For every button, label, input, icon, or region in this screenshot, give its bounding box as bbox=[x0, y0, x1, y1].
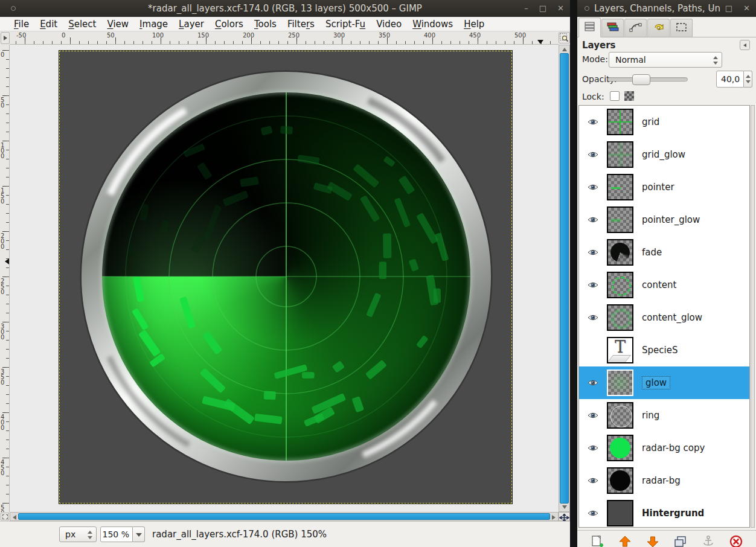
menu-help[interactable]: Help bbox=[458, 17, 490, 31]
quick-mask-toggle[interactable] bbox=[1, 513, 9, 520]
layer-thumbnail[interactable] bbox=[607, 337, 633, 363]
dock-tab-selection[interactable] bbox=[670, 19, 693, 37]
layer-name[interactable]: SpecieS bbox=[642, 345, 678, 356]
lock-alpha-icon[interactable] bbox=[624, 91, 634, 101]
layer-row-pointer_glow[interactable]: pointer_glow bbox=[579, 203, 749, 236]
opacity-slider-handle[interactable] bbox=[632, 74, 650, 85]
layer-row-grid[interactable]: grid bbox=[579, 106, 749, 138]
layer-name[interactable]: content_glow bbox=[642, 312, 702, 323]
layer-row-species[interactable]: SpecieS bbox=[579, 334, 749, 366]
layer-row-radar-bg-copy[interactable]: radar-bg copy bbox=[579, 432, 749, 464]
zoom-dropdown-button[interactable] bbox=[133, 526, 145, 542]
layer-row-pointer[interactable]: pointer bbox=[579, 171, 749, 203]
visibility-toggle[interactable] bbox=[579, 247, 607, 258]
vertical-ruler[interactable]: 05 01 0 01 5 02 0 02 5 03 0 03 5 04 0 04… bbox=[0, 45, 10, 512]
delete-layer-button[interactable] bbox=[726, 534, 746, 547]
visibility-toggle[interactable] bbox=[579, 508, 607, 519]
visibility-toggle[interactable] bbox=[579, 149, 607, 161]
vertical-scrollbar[interactable] bbox=[559, 45, 570, 512]
anchor-layer-button[interactable] bbox=[699, 534, 718, 547]
main-titlebar[interactable]: *radar_all_layers.xcf-174.0 (RGB, 13 lay… bbox=[0, 0, 570, 17]
menu-filters[interactable]: Filters bbox=[282, 17, 320, 31]
menu-layer[interactable]: Layer bbox=[173, 17, 210, 31]
lock-pixels-checkbox[interactable] bbox=[610, 91, 620, 101]
opacity-slider[interactable] bbox=[607, 77, 688, 82]
dock-titlebar[interactable]: Layers, Channels, Paths, Un – □ ✕ bbox=[577, 0, 756, 17]
maximize-button[interactable]: □ bbox=[539, 0, 546, 17]
layer-name[interactable]: ring bbox=[642, 410, 659, 421]
layer-row-content[interactable]: content bbox=[579, 269, 749, 301]
layer-name[interactable]: fade bbox=[642, 247, 662, 258]
scroll-down-arrow[interactable] bbox=[562, 505, 567, 509]
layer-row-hintergrund[interactable]: Hintergrund bbox=[579, 497, 749, 528]
horizontal-scroll-thumb[interactable] bbox=[18, 513, 550, 520]
menu-select[interactable]: Select bbox=[63, 17, 101, 31]
visibility-toggle[interactable] bbox=[579, 214, 607, 226]
layer-thumbnail[interactable] bbox=[607, 109, 633, 135]
vertical-scroll-thumb[interactable] bbox=[560, 53, 569, 504]
layer-thumbnail[interactable] bbox=[607, 272, 633, 298]
layer-row-ring[interactable]: ring bbox=[579, 399, 749, 432]
canvas-image[interactable] bbox=[59, 51, 512, 504]
dock-tab-undo-history[interactable] bbox=[647, 19, 670, 37]
layer-thumbnail[interactable] bbox=[607, 369, 633, 396]
menu-colors[interactable]: Colors bbox=[210, 17, 249, 31]
visibility-toggle[interactable] bbox=[579, 410, 607, 421]
layer-thumbnail[interactable] bbox=[607, 174, 633, 200]
layer-thumbnail[interactable] bbox=[607, 467, 633, 494]
layer-list-scrollbar[interactable] bbox=[751, 105, 755, 528]
menu-video[interactable]: Video bbox=[371, 17, 407, 31]
layer-row-radar-bg[interactable]: radar-bg bbox=[579, 464, 749, 497]
layer-row-content_glow[interactable]: content_glow bbox=[579, 301, 749, 334]
layer-name[interactable]: radar-bg copy bbox=[642, 443, 705, 453]
menu-tools[interactable]: Tools bbox=[249, 17, 282, 31]
layer-thumbnail[interactable] bbox=[607, 435, 633, 461]
visibility-toggle[interactable] bbox=[579, 280, 607, 291]
horizontal-ruler[interactable]: -50050100150200250300350400450500 bbox=[10, 31, 559, 45]
layer-name[interactable]: glow bbox=[642, 376, 670, 389]
visibility-toggle[interactable] bbox=[579, 377, 607, 389]
visibility-toggle[interactable] bbox=[579, 312, 607, 324]
zoom-follow-window-toggle[interactable] bbox=[559, 32, 570, 43]
dock-tab-channels[interactable] bbox=[601, 19, 624, 37]
zoom-level-input[interactable]: 150 % bbox=[100, 526, 133, 542]
menu-edit[interactable]: Edit bbox=[34, 17, 63, 31]
visibility-toggle[interactable] bbox=[579, 475, 607, 487]
layer-name[interactable]: grid_glow bbox=[642, 149, 685, 160]
scroll-left-arrow[interactable] bbox=[13, 515, 16, 520]
close-button[interactable]: ✕ bbox=[557, 0, 564, 17]
visibility-toggle[interactable] bbox=[579, 443, 607, 454]
visibility-toggle[interactable] bbox=[579, 182, 607, 193]
opacity-value-input[interactable]: 40,0 bbox=[716, 71, 744, 88]
layer-name[interactable]: Hintergrund bbox=[642, 508, 704, 519]
menu-windows[interactable]: Windows bbox=[407, 17, 458, 31]
layer-name[interactable]: content bbox=[642, 280, 676, 290]
layer-thumbnail[interactable] bbox=[607, 239, 633, 266]
mode-dropdown[interactable]: Normal bbox=[609, 52, 722, 68]
layer-thumbnail[interactable] bbox=[607, 500, 633, 526]
layer-row-fade[interactable]: fade bbox=[579, 236, 749, 269]
scroll-up-arrow[interactable] bbox=[562, 48, 567, 51]
dock-close-button[interactable]: ✕ bbox=[743, 0, 750, 17]
duplicate-layer-button[interactable] bbox=[671, 534, 690, 547]
layer-name[interactable]: pointer_glow bbox=[642, 214, 700, 225]
menu-view[interactable]: View bbox=[101, 17, 134, 31]
panel-menu-button[interactable] bbox=[740, 40, 750, 50]
minimize-button[interactable]: – bbox=[524, 0, 528, 17]
dock-minimize-button[interactable]: – bbox=[710, 0, 714, 17]
layer-name[interactable]: grid bbox=[642, 117, 659, 127]
menu-file[interactable]: File bbox=[8, 17, 34, 31]
dock-maximize-button[interactable]: □ bbox=[725, 0, 732, 17]
layer-thumbnail[interactable] bbox=[607, 206, 633, 233]
raise-layer-button[interactable] bbox=[615, 534, 635, 547]
layer-thumbnail[interactable] bbox=[607, 402, 633, 429]
layer-row-grid_glow[interactable]: grid_glow bbox=[579, 138, 749, 171]
menu-script-fu[interactable]: Script-Fu bbox=[320, 17, 371, 31]
dock-tab-layers[interactable] bbox=[578, 18, 601, 37]
scroll-right-arrow[interactable] bbox=[552, 515, 556, 520]
visibility-toggle[interactable] bbox=[579, 117, 607, 128]
opacity-spinner-buttons[interactable] bbox=[744, 71, 752, 88]
unit-dropdown[interactable]: px bbox=[59, 526, 97, 542]
layer-name[interactable]: radar-bg bbox=[642, 475, 681, 486]
layer-row-glow[interactable]: glow bbox=[579, 366, 749, 399]
